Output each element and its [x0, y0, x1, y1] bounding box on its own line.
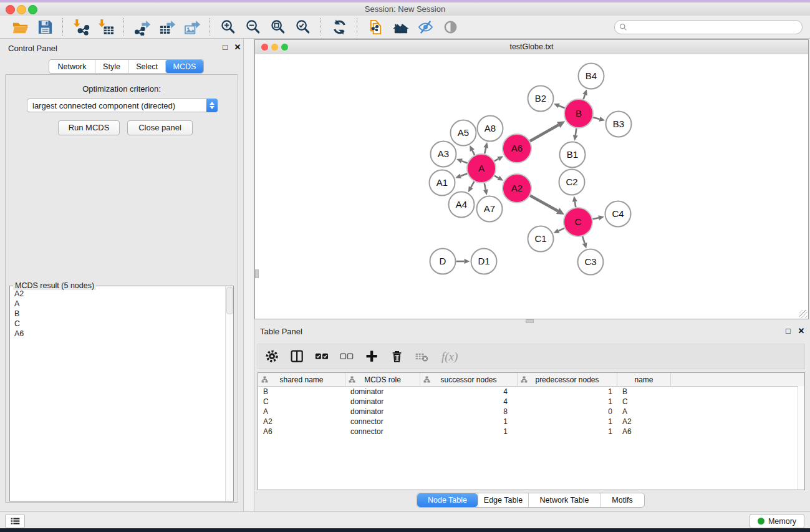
function-builder-icon[interactable]: f(x): [441, 350, 458, 364]
tab-mcds[interactable]: MCDS: [165, 60, 203, 73]
column-header-successor-nodes[interactable]: successor nodes: [420, 373, 518, 386]
zoom-out-icon[interactable]: [244, 17, 263, 36]
import-network-icon[interactable]: [72, 17, 90, 36]
optimization-criterion-select[interactable]: largest connected component (directed): [27, 99, 218, 112]
graph-edge-A-A6[interactable]: [494, 156, 503, 161]
column-header-MCDS-role[interactable]: MCDS role: [345, 373, 420, 386]
export-table-icon[interactable]: [158, 17, 176, 36]
graph-node-B1[interactable]: B1: [560, 142, 586, 168]
graph-node-C2[interactable]: C2: [559, 170, 585, 195]
delete-table-icon[interactable]: [414, 349, 430, 365]
graph-edge-A-A4[interactable]: [468, 181, 475, 192]
graph-edge-A-A8[interactable]: [483, 142, 488, 154]
import-table-icon[interactable]: [97, 17, 115, 36]
graph-node-C3[interactable]: C3: [578, 249, 604, 275]
graph-edge-B-B4[interactable]: [582, 89, 587, 99]
close-panel-button[interactable]: Close panel: [127, 120, 193, 135]
export-image-icon[interactable]: [183, 17, 201, 36]
graph-edge-A-A7[interactable]: [483, 183, 488, 195]
graph-node-A5[interactable]: A5: [451, 120, 476, 146]
export-network-icon[interactable]: [133, 17, 152, 36]
graph-edge-C-C3[interactable]: [582, 236, 587, 249]
tab-network[interactable]: Network: [49, 60, 95, 73]
graph-node-C[interactable]: C: [564, 208, 592, 236]
settings-icon[interactable]: [264, 349, 281, 365]
graph-edge-A-A3[interactable]: [456, 158, 467, 163]
zoom-in-icon[interactable]: [219, 17, 238, 36]
table-row[interactable]: A2connector11A2: [258, 417, 804, 427]
add-column-icon[interactable]: [364, 349, 380, 365]
panel-selector-button[interactable]: [5, 514, 25, 528]
graph-node-A6[interactable]: A6: [503, 134, 531, 163]
graph-node-A1[interactable]: A1: [430, 170, 455, 196]
network-window-titlebar[interactable]: testGlobe.txt: [255, 40, 808, 55]
network-vscroll-thumb[interactable]: [255, 269, 259, 278]
new-network-from-selection-icon[interactable]: [366, 17, 385, 36]
zoom-selected-icon[interactable]: [294, 17, 312, 36]
tab-network-table[interactable]: Network Table: [528, 493, 600, 507]
graph-node-B4[interactable]: B4: [579, 64, 604, 89]
graph-node-C1[interactable]: C1: [528, 226, 554, 252]
graph-node-D1[interactable]: D1: [471, 249, 497, 274]
refresh-icon[interactable]: [330, 17, 349, 36]
graph-edge-A2-C[interactable]: [530, 196, 564, 215]
graph-node-A2[interactable]: A2: [503, 174, 531, 203]
save-session-icon[interactable]: [36, 17, 54, 36]
graph-node-B[interactable]: B: [564, 99, 593, 128]
graph-node-A3[interactable]: A3: [431, 142, 456, 167]
deselect-all-icon[interactable]: [339, 349, 355, 365]
tab-node-table[interactable]: Node Table: [417, 493, 478, 507]
zoom-fit-icon[interactable]: [269, 17, 287, 36]
graph-node-A4[interactable]: A4: [449, 192, 475, 218]
graph-node-A[interactable]: A: [467, 154, 496, 183]
graph-edge-C-C1[interactable]: [554, 228, 565, 233]
graph-node-C4[interactable]: C4: [605, 201, 631, 227]
panel-split-divider[interactable]: [243, 39, 254, 511]
control-panel-float-icon[interactable]: □: [220, 42, 230, 52]
window-resize-grip[interactable]: [799, 310, 808, 318]
select-all-icon[interactable]: [314, 349, 330, 365]
graph-edge-C-C2[interactable]: [572, 196, 577, 207]
graph-edge-C-C4[interactable]: [593, 215, 604, 220]
table-panel-close-icon[interactable]: ✕: [796, 326, 806, 336]
mcds-result-item[interactable]: A6: [14, 329, 226, 339]
graph-edge-D-D1[interactable]: [456, 259, 470, 264]
table-row[interactable]: Adominator80A: [258, 407, 804, 417]
mcds-result-list[interactable]: A2ABCA6: [10, 289, 226, 501]
graph-edge-B-B1[interactable]: [573, 128, 578, 141]
tab-edge-table[interactable]: Edge Table: [478, 493, 528, 507]
memory-button[interactable]: Memory: [750, 514, 804, 528]
search-input[interactable]: [627, 21, 802, 32]
graph-edge-B-B2[interactable]: [554, 104, 565, 108]
column-header-predecessor-nodes[interactable]: predecessor nodes: [518, 373, 617, 386]
hide-view-icon[interactable]: [416, 17, 435, 36]
mcds-result-item[interactable]: C: [14, 319, 226, 329]
table-row[interactable]: Bdominator41B: [258, 387, 804, 397]
columns-icon[interactable]: [289, 349, 306, 365]
mcds-result-scrollbar[interactable]: [225, 286, 233, 501]
run-mcds-button[interactable]: Run MCDS: [58, 120, 120, 135]
graph-node-A8[interactable]: A8: [478, 116, 503, 142]
mcds-result-item[interactable]: B: [14, 309, 226, 319]
table-row[interactable]: A6connector11A6: [258, 427, 804, 437]
mcds-result-item[interactable]: A: [14, 299, 226, 309]
graph-edge-A-A5[interactable]: [470, 145, 475, 155]
network-canvas[interactable]: B4B2BB3A5A8A6A3B1AA1C2A2A4A7C4CC1DD1C3: [255, 54, 808, 319]
control-panel-close-icon[interactable]: ✕: [233, 42, 243, 52]
mcds-result-item[interactable]: A2: [14, 289, 226, 299]
graph-edge-A6-B[interactable]: [530, 121, 565, 141]
delete-column-icon[interactable]: [389, 349, 405, 365]
column-header-name[interactable]: name: [617, 373, 671, 386]
graph-edge-A-A2[interactable]: [494, 176, 503, 181]
graph-edge-B-B3[interactable]: [593, 117, 605, 122]
table-row[interactable]: Cdominator41C: [258, 397, 804, 407]
graph-node-D[interactable]: D: [430, 249, 456, 274]
show-view-icon[interactable]: [441, 17, 460, 36]
tab-select[interactable]: Select: [128, 60, 165, 73]
tab-motifs[interactable]: Motifs: [600, 493, 644, 507]
graph-node-B3[interactable]: B3: [606, 112, 632, 137]
home-icon[interactable]: [391, 17, 410, 36]
tab-style[interactable]: Style: [95, 60, 128, 73]
graph-edge-A-A1[interactable]: [455, 173, 467, 178]
table-panel-float-icon[interactable]: □: [783, 326, 793, 336]
